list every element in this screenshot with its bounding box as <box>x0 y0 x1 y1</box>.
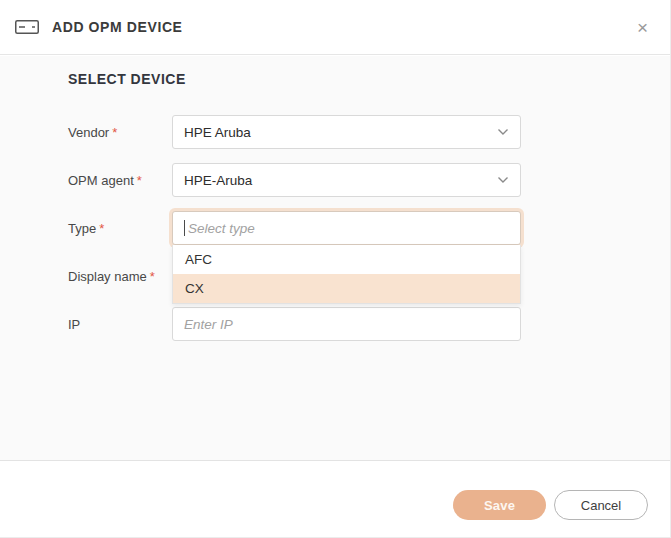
device-form: Vendor* HPE Aruba OPM agent* HPE-Aruba <box>68 115 521 355</box>
cancel-button[interactable]: Cancel <box>554 490 648 520</box>
opm-agent-select[interactable]: HPE-Aruba <box>172 163 521 197</box>
device-icon <box>15 20 39 34</box>
opm-agent-value: HPE-Aruba <box>184 173 252 188</box>
type-placeholder: Select type <box>188 221 255 236</box>
dialog-title: ADD OPM DEVICE <box>52 19 633 35</box>
type-label: Type* <box>68 221 172 236</box>
ip-row: IP Enter IP <box>68 307 521 341</box>
add-opm-device-dialog: ADD OPM DEVICE × SELECT DEVICE Vendor* H… <box>0 0 671 538</box>
opm-agent-label: OPM agent* <box>68 173 172 188</box>
opm-agent-row: OPM agent* HPE-Aruba <box>68 163 521 197</box>
dialog-body: SELECT DEVICE Vendor* HPE Aruba OPM agen… <box>0 56 670 460</box>
ip-placeholder: Enter IP <box>184 317 233 332</box>
type-option-cx[interactable]: CX <box>173 274 520 303</box>
vendor-select[interactable]: HPE Aruba <box>172 115 521 149</box>
type-dropdown-list: AFC CX <box>172 245 521 304</box>
dialog-footer: Save Cancel <box>0 460 670 537</box>
text-cursor <box>184 220 185 236</box>
section-title: SELECT DEVICE <box>68 71 186 87</box>
vendor-value: HPE Aruba <box>184 125 251 140</box>
vendor-row: Vendor* HPE Aruba <box>68 115 521 149</box>
type-row: Type* Select type <box>68 211 521 245</box>
type-option-afc[interactable]: AFC <box>173 245 520 274</box>
close-icon[interactable]: × <box>633 16 652 39</box>
type-input[interactable]: Select type <box>172 211 521 245</box>
save-button[interactable]: Save <box>453 490 546 520</box>
dialog-header: ADD OPM DEVICE × <box>0 0 670 55</box>
required-asterisk: * <box>137 173 142 188</box>
ip-label: IP <box>68 317 172 332</box>
required-asterisk: * <box>112 125 117 140</box>
required-asterisk: * <box>99 221 104 236</box>
vendor-label: Vendor* <box>68 125 172 140</box>
chevron-down-icon <box>497 176 509 184</box>
ip-input[interactable]: Enter IP <box>172 307 521 341</box>
display-name-label: Display name* <box>68 269 172 284</box>
chevron-down-icon <box>497 128 509 136</box>
required-asterisk: * <box>150 269 155 284</box>
